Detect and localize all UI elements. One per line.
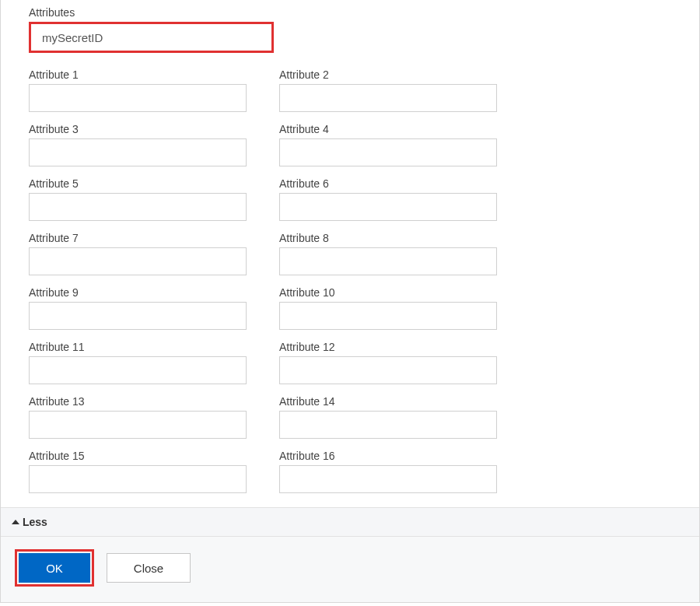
attribute-input[interactable]	[279, 356, 497, 384]
attributes-grid: Attribute 1Attribute 2Attribute 3Attribu…	[29, 68, 685, 493]
attribute-label: Attribute 7	[29, 232, 247, 244]
attribute-field: Attribute 7	[29, 232, 247, 275]
attribute-field: Attribute 9	[29, 286, 247, 330]
attribute-label: Attribute 16	[279, 450, 497, 462]
attribute-label: Attribute 13	[29, 395, 247, 408]
attribute-label: Attribute 4	[279, 123, 497, 135]
ok-highlight: OK	[15, 549, 94, 587]
attribute-field: Attribute 11	[29, 341, 247, 384]
attribute-field: Attribute 6	[279, 177, 497, 221]
attribute-input[interactable]	[279, 465, 497, 493]
attribute-field: Attribute 16	[279, 450, 497, 493]
attribute-input[interactable]	[279, 193, 497, 221]
attribute-label: Attribute 1	[29, 68, 247, 81]
attribute-input[interactable]	[29, 193, 247, 221]
attribute-field: Attribute 15	[29, 450, 247, 493]
attribute-input[interactable]	[29, 411, 247, 439]
attribute-input[interactable]	[29, 356, 247, 384]
attribute-label: Attribute 10	[279, 286, 497, 299]
attribute-field: Attribute 10	[279, 286, 497, 330]
collapse-less-toggle[interactable]: Less	[1, 507, 699, 536]
attribute-input[interactable]	[29, 465, 247, 493]
attribute-label: Attribute 3	[29, 123, 247, 135]
attribute-label: Attribute 5	[29, 177, 247, 190]
attribute-label: Attribute 6	[279, 177, 497, 190]
attributes-main-input[interactable]: mySecretID	[29, 22, 274, 53]
attributes-panel: Attributes mySecretID Attribute 1Attribu…	[0, 0, 700, 603]
attribute-input[interactable]	[29, 247, 247, 275]
attribute-field: Attribute 14	[279, 395, 497, 439]
attribute-field: Attribute 12	[279, 341, 497, 384]
attribute-label: Attribute 2	[279, 68, 497, 81]
attribute-label: Attribute 8	[279, 232, 497, 244]
attribute-input[interactable]	[29, 138, 247, 166]
attribute-label: Attribute 14	[279, 395, 497, 408]
attribute-label: Attribute 12	[279, 341, 497, 353]
caret-up-icon	[12, 520, 19, 524]
attribute-input[interactable]	[279, 138, 497, 166]
attribute-field: Attribute 3	[29, 123, 247, 166]
ok-button[interactable]: OK	[19, 553, 90, 583]
attribute-input[interactable]	[29, 84, 247, 112]
attribute-label: Attribute 15	[29, 450, 247, 462]
attribute-label: Attribute 11	[29, 341, 247, 353]
attribute-label: Attribute 9	[29, 286, 247, 299]
attribute-input[interactable]	[29, 302, 247, 330]
attribute-field: Attribute 1	[29, 68, 247, 112]
attribute-input[interactable]	[279, 247, 497, 275]
attribute-input[interactable]	[279, 411, 497, 439]
attributes-content: Attributes mySecretID Attribute 1Attribu…	[1, 0, 699, 507]
attribute-field: Attribute 2	[279, 68, 497, 112]
attribute-input[interactable]	[279, 302, 497, 330]
attributes-main-value: mySecretID	[42, 31, 103, 44]
attribute-field: Attribute 8	[279, 232, 497, 275]
attribute-field: Attribute 13	[29, 395, 247, 439]
attribute-field: Attribute 5	[29, 177, 247, 221]
attribute-field: Attribute 4	[279, 123, 497, 166]
close-button[interactable]: Close	[107, 553, 191, 583]
attribute-input[interactable]	[279, 84, 497, 112]
dialog-footer: OK Close	[1, 536, 699, 602]
attributes-section-label: Attributes	[29, 6, 685, 19]
collapse-less-label: Less	[23, 516, 47, 528]
